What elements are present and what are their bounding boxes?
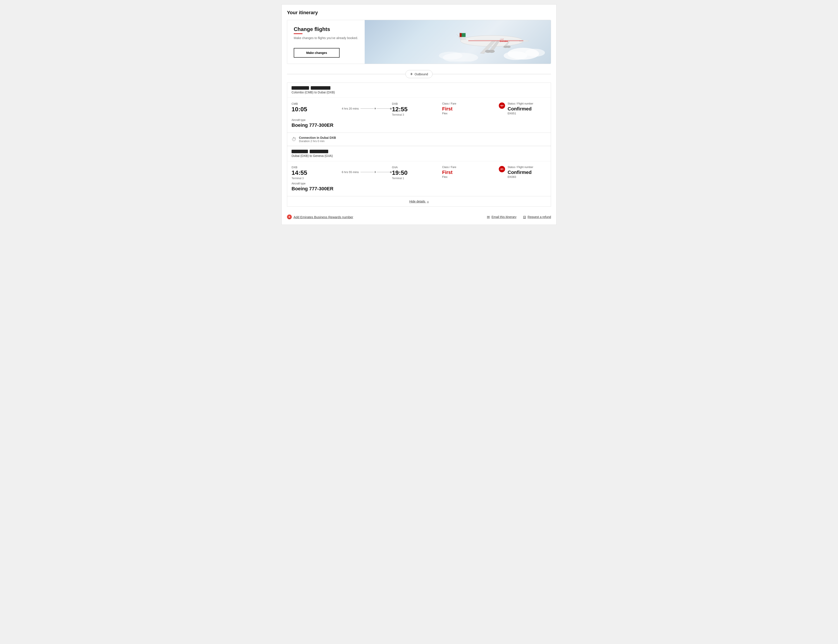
redacted-block-4	[310, 150, 328, 153]
takeoff-icon: ✈	[410, 72, 413, 76]
status-block-1: EK Status / Flight number Confirmed EK65…	[498, 102, 546, 115]
flight-segment-1-header: Colombo (CMB) to Dubai (DXB)	[287, 83, 551, 98]
status-info-2: Status / Flight number Confirmed EK083	[508, 166, 533, 179]
add-rewards-link[interactable]: + Add Emirates Business Rewards number	[287, 215, 353, 219]
class-fare-1: Class / Fare First Flex	[442, 102, 496, 115]
connection-block: ⏱ Connection in Dubai DXB Duration 2 hrs…	[287, 133, 551, 146]
flight-number-1: EK651	[508, 112, 533, 115]
arr-terminal-1: Terminal 3	[392, 113, 440, 116]
svg-text:الإمارات: الإمارات	[500, 38, 503, 40]
arr-time-2: 19:50	[392, 169, 440, 176]
hide-details-text: Hide details	[409, 200, 425, 203]
plane-icon-1: ✈	[374, 107, 376, 110]
duration-text-1: 4 hrs 20 mins	[342, 107, 359, 110]
arr-time-1: 12:55	[392, 106, 440, 113]
arrow-dot-2	[390, 171, 392, 173]
footer-links: ✉ Email this itinerary ⊟ Request a refun…	[487, 215, 551, 219]
banner-subtitle: Make changes to flights you've already b…	[294, 36, 358, 40]
segment-2-duration: 6 hrs 55 mins ✈	[342, 166, 390, 174]
hide-details-section: Hide details ∧	[287, 196, 551, 207]
outbound-badge: ✈ Outbound	[406, 70, 433, 78]
outbound-divider: ✈ Outbound	[287, 70, 551, 78]
arrow-dot-1	[390, 108, 392, 110]
emirates-logo-1: EK	[498, 102, 505, 109]
add-rewards-text: Add Emirates Business Rewards number	[294, 215, 353, 219]
dep-time-2: 14:55	[292, 169, 340, 176]
svg-point-2	[504, 51, 527, 60]
flight-segment-2-header: Dubai (DXB) to Geneva (GVA)	[287, 146, 551, 161]
arr-terminal-2: Terminal 1	[392, 177, 440, 180]
connection-title: Connection in Dubai DXB	[299, 136, 336, 140]
segment-1-arrival: DXB 12:55 Terminal 3	[392, 102, 440, 116]
email-itinerary-link[interactable]: ✉ Email this itinerary	[487, 215, 516, 219]
page-container: Your itinerary Change flights Make chang…	[281, 4, 557, 225]
hide-details-link[interactable]: Hide details ∧	[409, 200, 429, 203]
redacted-bar-2	[292, 150, 546, 153]
make-changes-button[interactable]: Make changes	[294, 48, 340, 58]
svg-point-5	[439, 52, 462, 59]
class-name-1: First	[442, 106, 496, 112]
svg-text:EK: EK	[501, 169, 503, 170]
connection-icon: ⏱	[292, 136, 296, 142]
banner-image: Emirates الإمارات	[365, 20, 551, 64]
outbound-label: Outbound	[415, 72, 428, 76]
aircraft-name-1: Boeing 777-300ER	[292, 122, 340, 128]
flight-details-2: DXB 14:55 Terminal 3 6 hrs 55 mins ✈	[287, 161, 551, 196]
status-info-1: Status / Flight number Confirmed EK651	[508, 102, 533, 115]
email-icon: ✉	[487, 215, 490, 219]
svg-rect-8	[460, 33, 462, 37]
dep-terminal-2: Terminal 3	[292, 177, 340, 180]
email-itinerary-text: Email this itinerary	[491, 215, 516, 219]
page-title: Your itinerary	[287, 10, 551, 15]
flight-arrow-2: ✈	[360, 171, 392, 174]
segment-2-arrival: GVA 19:50 Terminal 1	[392, 166, 440, 180]
flight-number-2: EK083	[508, 175, 533, 179]
arrow-line-2	[377, 108, 390, 109]
footer-actions: + Add Emirates Business Rewards number ✉…	[287, 211, 551, 219]
flight-details-1: CMB 10:05 4 hrs 20 mins ✈ DXB 1	[287, 98, 551, 133]
connection-duration: Duration 2 hrs 0 min	[299, 140, 336, 143]
aircraft-name-2: Boeing 777-300ER	[292, 186, 340, 192]
svg-text:EK: EK	[501, 105, 503, 107]
emirates-plane-illustration: Emirates الإمارات	[437, 22, 546, 62]
dep-code-2: DXB	[292, 166, 340, 169]
segment-1-departure: CMB 10:05	[292, 102, 340, 113]
status-block-2: EK Status / Flight number Confirmed EK08…	[498, 166, 546, 179]
segment-2-departure: DXB 14:55 Terminal 3	[292, 166, 340, 180]
duration-text-2: 6 hrs 55 mins	[342, 171, 359, 174]
duration-block-1: 4 hrs 20 mins ✈	[342, 102, 390, 110]
connection-text: Connection in Dubai DXB Duration 2 hrs 0…	[299, 136, 336, 143]
class-fare-2: Class / Fare First Flex	[442, 166, 496, 179]
segment-1-route: Colombo (CMB) to Dubai (DXB)	[292, 90, 546, 94]
plus-icon: +	[287, 215, 292, 219]
request-refund-link[interactable]: ⊟ Request a refund	[523, 215, 551, 219]
class-label-1: Class / Fare	[442, 102, 496, 105]
banner-content: Change flights Make changes to flights y…	[287, 20, 365, 64]
redacted-bar-1	[292, 86, 546, 90]
aircraft-label-2: Aircraft type	[292, 182, 340, 185]
status-confirmed-2: Confirmed	[508, 169, 533, 175]
status-label-1: Status / Flight number	[508, 102, 533, 105]
change-flights-banner: Change flights Make changes to flights y…	[287, 20, 551, 64]
refund-icon: ⊟	[523, 215, 526, 219]
svg-point-12	[489, 50, 495, 53]
duration-block-2: 6 hrs 55 mins ✈	[342, 166, 390, 174]
arr-code-1: DXB	[392, 102, 440, 105]
segment-1-duration-arrival: 4 hrs 20 mins ✈	[342, 102, 390, 110]
fare-type-2: Flex	[442, 175, 496, 179]
svg-point-3	[525, 49, 545, 57]
svg-rect-16	[468, 40, 523, 41]
aircraft-label-1: Aircraft type	[292, 118, 340, 122]
flight-arrow-1: ✈	[360, 107, 392, 110]
plane-icon-2: ✈	[374, 171, 376, 174]
fare-type-1: Flex	[442, 112, 496, 115]
redacted-block-2	[311, 86, 330, 90]
class-label-2: Class / Fare	[442, 166, 496, 169]
arr-code-2: GVA	[392, 166, 440, 169]
aircraft-block-2: Aircraft type Boeing 777-300ER	[292, 182, 340, 192]
dep-time-1: 10:05	[292, 106, 340, 113]
divider-line-left	[287, 74, 406, 74]
class-name-2: First	[442, 169, 496, 175]
arrow-line-1	[360, 108, 374, 109]
redacted-block-3	[292, 150, 308, 153]
